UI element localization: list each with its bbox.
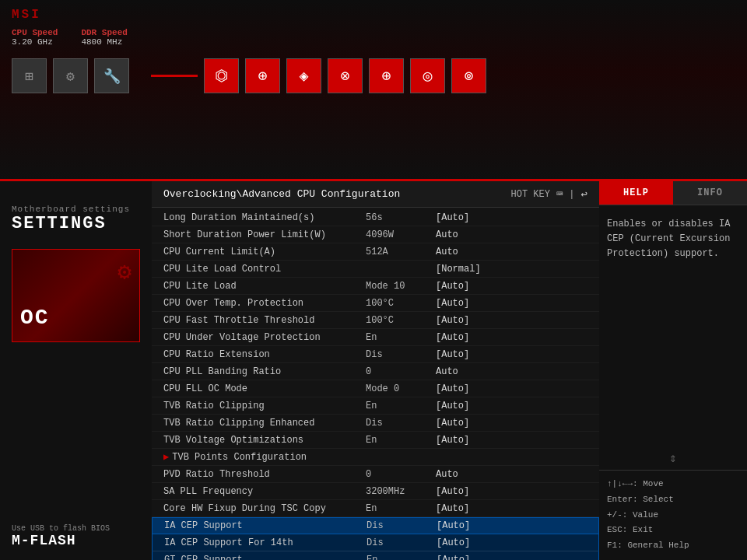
setting-option: [Auto] — [436, 435, 587, 446]
setting-option: [Auto] — [436, 383, 587, 394]
setting-name: CPU FLL OC Mode — [163, 383, 366, 394]
top-info-row: CPU Speed 3.20 GHz DDR Speed 4800 MHz — [12, 28, 735, 47]
center-panel: Overclocking\Advanced CPU Configuration … — [152, 181, 599, 560]
setting-value: 0 — [366, 366, 436, 377]
setting-name: CPU Current Limit(A) — [163, 247, 366, 257]
table-row[interactable]: GT CEP SupportEn[Auto] — [152, 551, 599, 560]
key-hint: +/-: Value — [607, 508, 739, 523]
setting-name: CPU Lite Load Control — [163, 264, 366, 275]
setting-value: En — [366, 401, 436, 411]
setting-option: [Auto] — [436, 401, 587, 411]
table-row[interactable]: ▶TVB Points Configuration — [152, 449, 599, 466]
cpu-speed-value: 3.20 GHz — [12, 37, 58, 47]
oc-label: OC — [20, 306, 50, 330]
key-hint: ESC: Exit — [607, 523, 739, 538]
setting-name: CPU PLL Banding Ratio — [163, 366, 366, 377]
top-icon-2[interactable]: ⚙ — [53, 58, 88, 93]
hotkey-area: HOT KEY ⌨ | ↩ — [511, 187, 588, 201]
tab-info[interactable]: INFO — [673, 181, 747, 205]
setting-value: 3200MHz — [366, 486, 436, 497]
setting-name: Core HW Fixup During TSC Copy — [163, 503, 366, 514]
tab-help[interactable]: HELP — [599, 181, 673, 205]
mflash-title: M-FLASH — [12, 533, 110, 548]
right-tabs: HELP INFO — [599, 181, 747, 205]
msi-logo: MSI — [12, 8, 735, 22]
table-row[interactable]: CPU Under Voltage ProtectionEn[Auto] — [152, 329, 599, 346]
table-row[interactable]: PVD Ratio Threshold0Auto — [152, 466, 599, 483]
table-row[interactable]: CPU Lite Load Control[Normal] — [152, 261, 599, 278]
setting-option: [Auto] — [436, 418, 587, 429]
table-row[interactable]: CPU Lite LoadMode 10[Auto] — [152, 278, 599, 295]
ddr-speed-label: DDR Speed — [81, 28, 127, 37]
table-row[interactable]: Core HW Fixup During TSC CopyEn[Auto] — [152, 500, 599, 517]
setting-option: [Auto] — [436, 298, 587, 309]
setting-name: TVB Voltage Optimizations — [163, 435, 366, 446]
top-icon-red-3[interactable]: ◈ — [286, 58, 321, 93]
setting-name: IA CEP Support For 14th — [164, 537, 366, 548]
scroll-indicator: ⇕ — [607, 446, 739, 470]
settings-table: Long Duration Maintained(s)56s[Auto]Shor… — [152, 208, 599, 560]
settings-title: SETTINGS — [12, 214, 130, 233]
sidebar: Motherboard settings SETTINGS ⚙ OC Use U… — [0, 181, 152, 560]
key-hint: ↑|↓←→: Move — [607, 477, 739, 492]
setting-value: 56s — [366, 212, 436, 223]
setting-name: CPU Ratio Extension — [163, 349, 366, 360]
sidebar-mflash[interactable]: Use USB to flash BIOS M-FLASH — [12, 524, 110, 548]
table-row[interactable]: Long Duration Maintained(s)56s[Auto] — [152, 209, 599, 226]
right-panel: HELP INFO Enables or disables IA CEP (Cu… — [599, 181, 747, 560]
table-row[interactable]: IA CEP SupportDis[Auto] — [152, 517, 599, 534]
help-text: Enables or disables IA CEP (Current Excu… — [607, 217, 739, 262]
setting-option: [Auto] — [436, 486, 587, 497]
table-row[interactable]: SA PLL Frequency3200MHz[Auto] — [152, 483, 599, 500]
table-row[interactable]: Short Duration Power Limit(W)4096WAuto — [152, 226, 599, 243]
main-area: Motherboard settings SETTINGS ⚙ OC Use U… — [0, 181, 747, 560]
table-row[interactable]: IA CEP Support For 14thDis[Auto] — [152, 534, 599, 551]
setting-name: TVB Ratio Clipping — [163, 401, 366, 411]
table-row[interactable]: CPU Ratio ExtensionDis[Auto] — [152, 346, 599, 363]
top-icon-red-1[interactable]: ⏣ — [204, 58, 239, 93]
table-row[interactable]: CPU FLL OC ModeMode 0[Auto] — [152, 380, 599, 397]
setting-option: Auto — [436, 229, 587, 240]
setting-name: SA PLL Frequency — [163, 486, 366, 497]
table-row[interactable]: TVB Ratio ClippingEn[Auto] — [152, 397, 599, 415]
top-icon-red-6[interactable]: ◎ — [410, 58, 445, 93]
ddr-speed-info: DDR Speed 4800 MHz — [81, 28, 127, 47]
key-hints: ↑|↓←→: MoveEnter: Select+/-: ValueESC: E… — [599, 470, 747, 560]
setting-name: CPU Fast Throttle Threshold — [163, 315, 366, 326]
setting-option: [Auto] — [436, 349, 587, 360]
table-row[interactable]: CPU PLL Banding Ratio0Auto — [152, 363, 599, 380]
setting-name: CPU Over Temp. Protection — [163, 298, 366, 309]
top-icon-red-2[interactable]: ⊕ — [245, 58, 280, 93]
setting-name: GT CEP Support — [164, 555, 366, 561]
top-icon-red-7[interactable]: ⊚ — [451, 58, 486, 93]
table-row[interactable]: TVB Voltage OptimizationsEn[Auto] — [152, 432, 599, 449]
setting-option: [Auto] — [437, 520, 587, 531]
setting-option: [Auto] — [436, 281, 587, 292]
setting-value: 100°C — [366, 315, 436, 326]
settings-sublabel: Motherboard settings — [12, 205, 130, 214]
setting-value: 100°C — [366, 298, 436, 309]
sidebar-oc-section[interactable]: ⚙ OC — [12, 249, 140, 342]
top-icon-3[interactable]: 🔧 — [94, 58, 129, 93]
table-row[interactable]: TVB Ratio Clipping EnhancedDis[Auto] — [152, 415, 599, 432]
expand-icon: ▶ — [163, 452, 169, 463]
setting-value: En — [366, 332, 436, 343]
top-icon-red-5[interactable]: ⊕ — [369, 58, 404, 93]
breadcrumb: Overclocking\Advanced CPU Configuration — [163, 188, 400, 200]
table-row[interactable]: CPU Fast Throttle Threshold100°C[Auto] — [152, 312, 599, 329]
table-row[interactable]: CPU Current Limit(A)512AAuto — [152, 243, 599, 261]
setting-name: CPU Under Voltage Protection — [163, 332, 366, 343]
top-icon-1[interactable]: ⊞ — [12, 58, 47, 93]
setting-option: [Normal] — [436, 264, 587, 275]
setting-name: Short Duration Power Limit(W) — [163, 229, 366, 240]
table-row[interactable]: CPU Over Temp. Protection100°C[Auto] — [152, 295, 599, 312]
setting-option: [Auto] — [436, 503, 587, 514]
setting-value: 4096W — [366, 229, 436, 240]
setting-value: 512A — [366, 247, 436, 257]
setting-name: CPU Lite Load — [163, 281, 366, 292]
setting-name: TVB Ratio Clipping Enhanced — [163, 418, 366, 429]
setting-value: Dis — [366, 349, 436, 360]
back-button[interactable]: ↩ — [581, 187, 587, 201]
top-icon-red-4[interactable]: ⊗ — [328, 58, 363, 93]
setting-value: En — [366, 503, 436, 514]
